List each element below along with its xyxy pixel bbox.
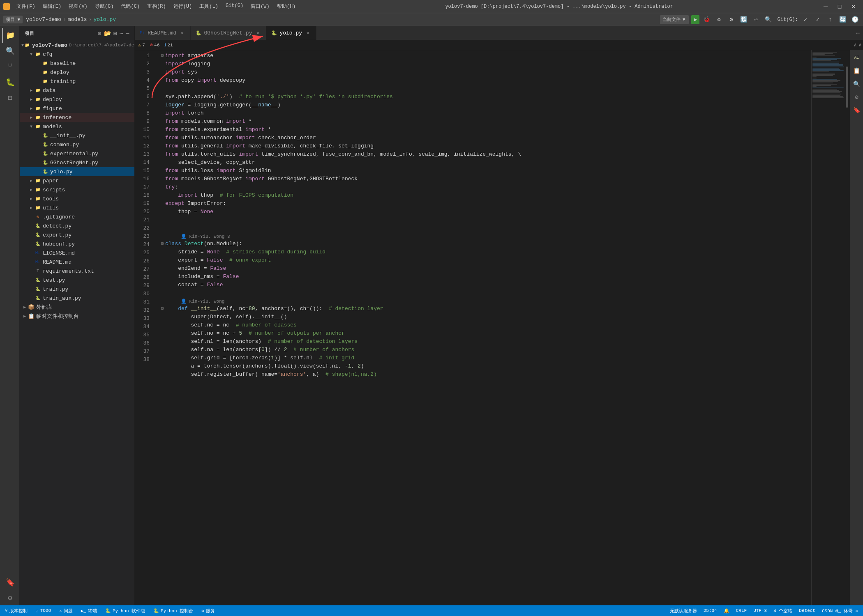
close-button[interactable]: ✕ <box>847 2 860 11</box>
tree-item-deploy[interactable]: ▶ 📁 deploy <box>20 95 134 104</box>
sidebar-new-folder-icon[interactable]: 📂 <box>104 30 111 37</box>
right-panel-icon-1[interactable]: AI <box>851 52 863 63</box>
status-terminal[interactable]: ▶_ 终端 <box>79 605 99 616</box>
sidebar-close-icon[interactable]: — <box>126 30 129 37</box>
menu-edit[interactable]: 编辑(E) <box>39 2 65 11</box>
menu-nav[interactable]: 导航(G) <box>92 2 117 11</box>
git-history-icon[interactable]: 🕐 <box>850 15 860 25</box>
tree-item-hubconf[interactable]: 🐍 hubconf.py <box>20 239 134 248</box>
activity-settings2[interactable]: ⚙ <box>2 591 17 605</box>
status-csdn[interactable]: CSDN @_ 休哥 ✕ <box>820 608 860 614</box>
tree-item-paper[interactable]: ▶ 📁 paper <box>20 176 134 185</box>
status-git[interactable]: ⑂ 版本控制 <box>3 605 29 616</box>
git-refresh-icon[interactable]: 🔄 <box>838 15 847 25</box>
tree-item-figure[interactable]: ▶ 📁 figure <box>20 104 134 113</box>
breadcrumb-models[interactable]: models <box>68 16 87 23</box>
tab-more[interactable]: ⋯ <box>853 26 863 40</box>
tab-close-readme[interactable]: ✕ <box>179 30 185 36</box>
tree-item-test[interactable]: 🐍 test.py <box>20 276 134 285</box>
status-spaces[interactable]: 4 个空格 <box>772 608 794 614</box>
right-panel-history[interactable]: 📋 <box>851 65 863 76</box>
status-todo[interactable]: ☑ TODO <box>34 605 53 616</box>
tree-item-readme[interactable]: M↓ README.md <box>20 257 134 267</box>
menu-run[interactable]: 运行(U) <box>170 2 196 11</box>
right-panel-search[interactable]: 🔍 <box>851 78 863 90</box>
tree-item-ghostregnet[interactable]: 🐍 GGhostRegNet.py <box>20 158 134 167</box>
errors-badge[interactable]: ⊗ 46 <box>148 42 161 48</box>
tab-close-ghostregnet[interactable]: ✕ <box>254 30 261 36</box>
menu-refactor[interactable]: 重构(R) <box>144 2 169 11</box>
maximize-button[interactable]: □ <box>833 2 846 11</box>
tree-item-models[interactable]: ▼ 📁 models <box>20 122 134 131</box>
tab-readme[interactable]: M↓ README.md ✕ <box>135 26 191 40</box>
minimize-button[interactable]: ─ <box>819 2 832 11</box>
sidebar-collapse-icon[interactable]: ⊟ <box>113 30 117 37</box>
menu-code[interactable]: 代码(C) <box>118 2 143 11</box>
tree-item-tools[interactable]: ▶ 📁 tools <box>20 194 134 203</box>
menu-window[interactable]: 窗口(W) <box>247 2 273 11</box>
tree-item-yolo[interactable]: 🐍 yolo.py <box>20 167 134 176</box>
other-badge[interactable]: ℹ 21 <box>163 42 174 48</box>
code-area[interactable]: ⊟ import argparse import logging import … <box>156 50 811 605</box>
scrollbar[interactable] <box>844 50 850 605</box>
status-python-console[interactable]: 🐍 Python 控制台 <box>152 605 195 616</box>
tree-item-common[interactable]: 🐍 common.py <box>20 140 134 149</box>
sidebar-new-file-icon[interactable]: ⊕ <box>98 30 102 37</box>
tree-item-utils[interactable]: ▶ 📁 utils <box>20 203 134 212</box>
warnings-badge[interactable]: ⚠ 7 <box>136 42 147 48</box>
tree-item-experimental[interactable]: 🐍 experimental.py <box>20 149 134 158</box>
tab-close-yolo[interactable]: ✕ <box>305 30 311 37</box>
debug-icon[interactable]: 🐞 <box>702 15 712 25</box>
tree-item-training[interactable]: 📁 training <box>20 77 134 86</box>
activity-extensions[interactable]: ⊞ <box>2 90 17 105</box>
editor-expand-icon[interactable]: ∧ <box>854 42 857 48</box>
run-debug-icon[interactable]: ⚙ <box>714 15 724 25</box>
right-panel-settings[interactable]: ⚙ <box>851 91 863 103</box>
git-arrow-icon[interactable]: ↑ <box>825 15 835 25</box>
git-check2-icon[interactable]: ✓ <box>813 15 823 25</box>
tree-item-train[interactable]: 🐍 train.py <box>20 285 134 294</box>
activity-search[interactable]: 🔍 <box>2 44 17 58</box>
tree-item-cfg[interactable]: ▼ 📁 cfg <box>20 50 134 59</box>
activity-bookmark[interactable]: 🔖 <box>2 575 17 590</box>
tree-item-baseline[interactable]: 📁 baseline <box>20 59 134 68</box>
git-icon[interactable]: 🔃 <box>739 15 749 25</box>
tree-item-license[interactable]: M↓ LICENSE.md <box>20 248 134 257</box>
status-time[interactable]: 25:34 <box>702 608 719 613</box>
tree-item-train-aux[interactable]: 🐍 train_aux.py <box>20 294 134 303</box>
project-selector[interactable]: 项目 ▼ <box>3 16 23 23</box>
tree-item-inference[interactable]: ▶ 📁 inference <box>20 113 134 122</box>
breadcrumb-file[interactable]: yolo.py <box>93 16 116 23</box>
tree-item-requirements[interactable]: T requirements.txt <box>20 267 134 276</box>
menu-bar[interactable]: 文件(F) 编辑(E) 视图(V) 导航(G) 代码(C) 重构(R) 运行(U… <box>13 2 299 11</box>
tab-ghostregnet[interactable]: 🐍 GGhostRegNet.py ✕ <box>191 26 266 40</box>
activity-explorer[interactable]: 📁 <box>2 28 17 43</box>
undo-icon[interactable]: ↩ <box>751 15 761 25</box>
status-server[interactable]: 无默认服务器 <box>668 608 699 614</box>
status-python-pkg[interactable]: 🐍 Python 软件包 <box>104 605 147 616</box>
tree-item-external-libs[interactable]: ▶ 📦 外部库 <box>20 303 134 312</box>
window-controls[interactable]: ─ □ ✕ <box>819 2 860 11</box>
menu-tools[interactable]: 工具(L) <box>196 2 222 11</box>
menu-file[interactable]: 文件(F) <box>13 2 39 11</box>
search-icon[interactable]: 🔍 <box>764 15 773 25</box>
git-check-icon[interactable]: ✓ <box>801 15 810 25</box>
tree-item-export[interactable]: 🐍 export.py <box>20 230 134 239</box>
tree-item-cfg-deploy[interactable]: 📁 deploy <box>20 68 134 77</box>
breadcrumb-project[interactable]: yolov7-demo <box>26 16 61 23</box>
tree-item-scripts[interactable]: ▶ 📁 scripts <box>20 185 134 194</box>
right-panel-bookmark[interactable]: 🔖 <box>851 104 863 116</box>
run-button[interactable]: ▶ <box>691 15 699 24</box>
tree-item-gitignore[interactable]: ⊙ .gitignore <box>20 212 134 221</box>
activity-git[interactable]: ⑂ <box>2 59 17 74</box>
editor-collapse-icon[interactable]: ∨ <box>858 42 861 48</box>
tree-item-init[interactable]: 🐍 __init__.py <box>20 131 134 140</box>
menu-help[interactable]: 帮助(H) <box>274 2 299 11</box>
status-line-col[interactable]: Detect <box>797 608 817 613</box>
status-problems[interactable]: ⚠ 问题 <box>58 605 74 616</box>
status-charset[interactable]: UTF-8 <box>752 608 768 613</box>
menu-view[interactable]: 视图(V) <box>65 2 91 11</box>
tree-item-detect[interactable]: 🐍 detect.py <box>20 221 134 230</box>
sidebar-menu-icon[interactable]: ⋯ <box>120 30 123 37</box>
scrollbar-thumb[interactable] <box>846 67 848 108</box>
